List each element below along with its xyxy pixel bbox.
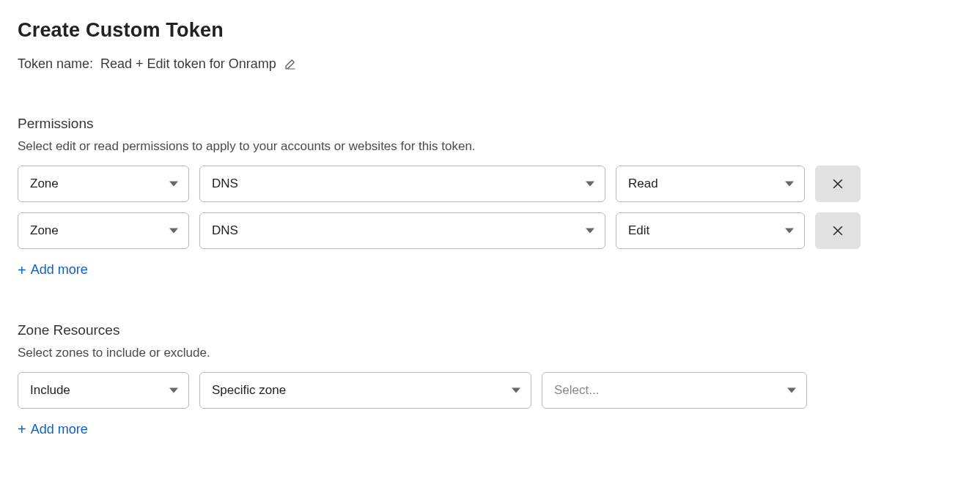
permission-level-value: Read <box>628 177 658 191</box>
add-permission-label: Add more <box>31 262 88 278</box>
permission-scope-value: Zone <box>30 177 59 191</box>
permission-type-select[interactable]: DNS <box>199 166 605 202</box>
chevron-down-icon <box>512 387 520 393</box>
permission-row: Zone DNS Edit <box>18 212 962 249</box>
chevron-down-icon <box>785 229 794 234</box>
permission-scope-select[interactable]: Zone <box>18 166 189 202</box>
zone-resources-description: Select zones to include or exclude. <box>18 346 962 360</box>
zone-mode-value: Include <box>30 383 70 398</box>
add-zone-resource-button[interactable]: + Add more <box>18 422 88 437</box>
permission-level-select[interactable]: Edit <box>616 212 805 249</box>
token-name-value: Read + Edit token for Onramp <box>100 56 276 72</box>
permission-row: Zone DNS Read <box>18 166 962 202</box>
permission-level-select[interactable]: Read <box>616 166 805 202</box>
zone-resources-section: Zone Resources Select zones to include o… <box>18 322 962 438</box>
permission-level-value: Edit <box>628 223 649 238</box>
permission-scope-value: Zone <box>30 223 59 238</box>
remove-permission-button[interactable] <box>815 166 861 202</box>
permission-type-select[interactable]: DNS <box>199 212 605 249</box>
permission-type-value: DNS <box>212 223 238 238</box>
edit-icon[interactable] <box>284 58 297 71</box>
token-name-label: Token name: <box>18 56 93 72</box>
zone-selector-select[interactable]: Specific zone <box>199 372 531 409</box>
token-name-row: Token name: Read + Edit token for Onramp <box>18 56 962 72</box>
permission-scope-select[interactable]: Zone <box>18 212 189 249</box>
permission-type-value: DNS <box>212 177 238 191</box>
close-icon <box>830 177 845 191</box>
chevron-down-icon <box>785 182 794 187</box>
permissions-title: Permissions <box>18 116 962 132</box>
chevron-down-icon <box>169 387 178 393</box>
page-title: Create Custom Token <box>18 19 962 42</box>
permissions-section: Permissions Select edit or read permissi… <box>18 116 962 278</box>
plus-icon: + <box>18 422 26 437</box>
close-icon <box>830 223 845 238</box>
chevron-down-icon <box>169 229 178 234</box>
add-zone-resource-label: Add more <box>31 422 88 437</box>
zone-mode-select[interactable]: Include <box>18 372 189 409</box>
chevron-down-icon <box>586 182 594 187</box>
zone-resource-row: Include Specific zone Select... <box>18 372 962 409</box>
chevron-down-icon <box>787 387 796 393</box>
zone-target-select[interactable]: Select... <box>542 372 807 409</box>
zone-selector-value: Specific zone <box>212 383 286 398</box>
plus-icon: + <box>18 263 26 278</box>
zone-target-placeholder: Select... <box>554 383 599 398</box>
chevron-down-icon <box>586 229 594 234</box>
permissions-description: Select edit or read permissions to apply… <box>18 139 962 154</box>
chevron-down-icon <box>169 182 178 187</box>
remove-permission-button[interactable] <box>815 212 861 249</box>
add-permission-button[interactable]: + Add more <box>18 262 88 278</box>
zone-resources-title: Zone Resources <box>18 322 962 338</box>
